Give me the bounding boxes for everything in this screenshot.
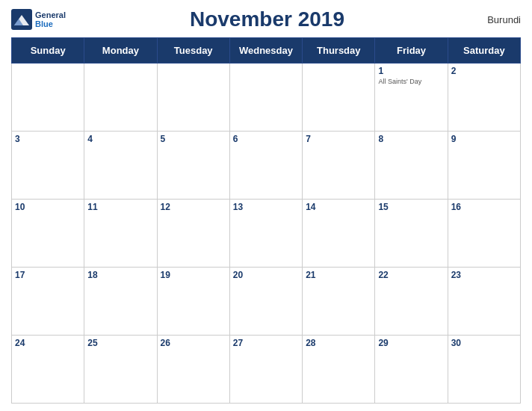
table-row: 7 xyxy=(303,132,375,200)
day-number: 25 xyxy=(87,338,153,348)
day-number: 29 xyxy=(378,338,444,348)
day-number: 27 xyxy=(233,338,299,348)
calendar-week-row: 17181920212223 xyxy=(12,268,521,336)
table-row: 12 xyxy=(157,200,229,268)
day-number: 21 xyxy=(306,270,371,280)
day-number: 8 xyxy=(378,134,444,144)
table-row: 17 xyxy=(12,268,84,336)
calendar-title: November 2019 xyxy=(66,7,468,31)
day-number: 2 xyxy=(451,66,517,76)
calendar-week-row: 24252627282930 xyxy=(12,336,521,404)
day-number: 3 xyxy=(15,134,81,144)
logo-icon xyxy=(11,9,32,30)
table-row: 20 xyxy=(229,268,302,336)
day-number: 24 xyxy=(15,338,81,348)
col-saturday: Saturday xyxy=(448,38,520,64)
table-row: 22 xyxy=(375,268,448,336)
table-row: 14 xyxy=(303,200,375,268)
table-row: 26 xyxy=(157,336,229,404)
day-number: 4 xyxy=(87,134,153,144)
day-number: 28 xyxy=(306,338,371,348)
table-row: 18 xyxy=(84,268,157,336)
col-thursday: Thursday xyxy=(303,38,375,64)
day-number: 22 xyxy=(378,270,444,280)
day-number: 17 xyxy=(15,270,81,280)
col-tuesday: Tuesday xyxy=(157,38,229,64)
calendar-header: General Blue November 2019 Burundi xyxy=(11,7,521,31)
table-row: 9 xyxy=(448,132,520,200)
table-row: 13 xyxy=(229,200,302,268)
table-row: 27 xyxy=(229,336,302,404)
day-number: 26 xyxy=(161,338,226,348)
table-row xyxy=(84,64,157,132)
table-row: 6 xyxy=(229,132,302,200)
day-number: 30 xyxy=(451,338,517,348)
table-row: 19 xyxy=(157,268,229,336)
calendar-header-row: Sunday Monday Tuesday Wednesday Thursday… xyxy=(12,38,521,64)
logo-general: General xyxy=(35,10,66,19)
table-row: 25 xyxy=(84,336,157,404)
table-row: 29 xyxy=(375,336,448,404)
table-row xyxy=(303,64,375,132)
day-number: 7 xyxy=(306,134,371,144)
day-number: 5 xyxy=(161,134,226,144)
day-number: 20 xyxy=(233,270,299,280)
table-row: 1All Saints' Day xyxy=(375,64,448,132)
day-number: 14 xyxy=(306,202,371,212)
col-sunday: Sunday xyxy=(12,38,84,64)
calendar-table: Sunday Monday Tuesday Wednesday Thursday… xyxy=(11,37,521,404)
table-row xyxy=(12,64,84,132)
col-friday: Friday xyxy=(375,38,448,64)
day-number: 15 xyxy=(378,202,444,212)
calendar-week-row: 3456789 xyxy=(12,132,521,200)
col-monday: Monday xyxy=(84,38,157,64)
table-row: 21 xyxy=(303,268,375,336)
table-row: 11 xyxy=(84,200,157,268)
table-row: 23 xyxy=(448,268,520,336)
table-row: 2 xyxy=(448,64,520,132)
col-wednesday: Wednesday xyxy=(229,38,302,64)
calendar-week-row: 10111213141516 xyxy=(12,200,521,268)
table-row: 15 xyxy=(375,200,448,268)
table-row: 30 xyxy=(448,336,520,404)
day-number: 6 xyxy=(233,134,299,144)
day-number: 23 xyxy=(451,270,517,280)
holiday-label: All Saints' Day xyxy=(378,78,444,86)
table-row: 28 xyxy=(303,336,375,404)
table-row xyxy=(157,64,229,132)
day-number: 1 xyxy=(378,66,444,76)
day-number: 11 xyxy=(87,202,153,212)
table-row: 4 xyxy=(84,132,157,200)
table-row: 5 xyxy=(157,132,229,200)
day-number: 19 xyxy=(161,270,226,280)
day-number: 10 xyxy=(15,202,81,212)
calendar-week-row: 1All Saints' Day2 xyxy=(12,64,521,132)
day-number: 18 xyxy=(87,270,153,280)
table-row: 16 xyxy=(448,200,520,268)
table-row: 24 xyxy=(12,336,84,404)
table-row: 8 xyxy=(375,132,448,200)
day-number: 16 xyxy=(451,202,517,212)
day-number: 12 xyxy=(161,202,226,212)
country-label: Burundi xyxy=(468,14,521,25)
logo: General Blue xyxy=(11,9,66,30)
day-number: 9 xyxy=(451,134,517,144)
table-row: 3 xyxy=(12,132,84,200)
day-number: 13 xyxy=(233,202,299,212)
calendar-page: General Blue November 2019 Burundi Sunda… xyxy=(0,0,532,411)
table-row: 10 xyxy=(12,200,84,268)
logo-text: General Blue xyxy=(35,10,66,28)
logo-blue: Blue xyxy=(35,19,66,28)
table-row xyxy=(229,64,302,132)
